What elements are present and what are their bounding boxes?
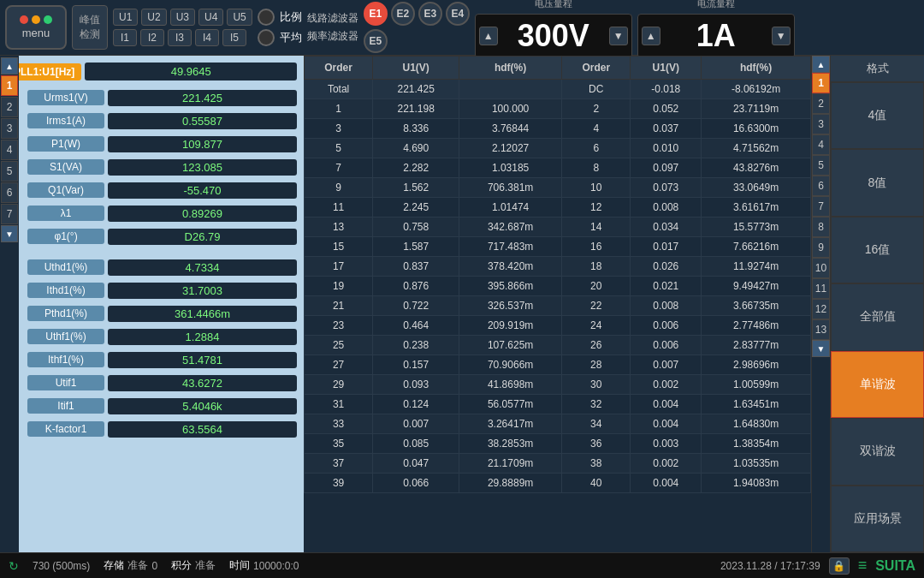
btn-16val[interactable]: 16值 bbox=[831, 217, 924, 283]
table-cell: 0.007 bbox=[373, 414, 459, 434]
rn-1[interactable]: 1 bbox=[812, 73, 830, 93]
left-nav-4[interactable]: 4 bbox=[1, 140, 18, 160]
ch-i1[interactable]: I1 bbox=[113, 29, 137, 46]
table-cell: 56.0577m bbox=[459, 395, 562, 414]
table-cell: 43.8276m bbox=[702, 158, 811, 178]
ch-u2[interactable]: U2 bbox=[141, 9, 166, 26]
table-cell: 21.1709m bbox=[459, 454, 562, 474]
rn-12[interactable]: 12 bbox=[812, 299, 830, 319]
left-nav-1[interactable]: 1 bbox=[1, 75, 18, 96]
ch-i4[interactable]: I4 bbox=[195, 29, 219, 46]
dot-green bbox=[44, 15, 52, 24]
integral-section: 积分 准备 bbox=[171, 558, 216, 573]
i-row: I1 I2 I3 I4 I5 bbox=[113, 29, 252, 46]
menu-button[interactable]: menu bbox=[5, 5, 67, 50]
left-nav-up[interactable]: ▲ bbox=[1, 57, 18, 74]
metric-value-lambda1: 0.89269 bbox=[108, 206, 297, 222]
table-cell: 30 bbox=[562, 375, 631, 395]
rn-13[interactable]: 13 bbox=[812, 319, 830, 340]
table-cell: 3.76844 bbox=[459, 119, 562, 139]
e-btn-e5[interactable]: E5 bbox=[364, 29, 388, 53]
table-cell: 15.5773m bbox=[702, 217, 811, 237]
table-row: 54.6902.1202760.0104.71562m bbox=[305, 139, 811, 158]
ch-i2[interactable]: I2 bbox=[140, 29, 164, 46]
rn-up[interactable]: ▲ bbox=[812, 56, 830, 73]
rn-4[interactable]: 4 bbox=[812, 134, 830, 155]
rn-3[interactable]: 3 bbox=[812, 114, 830, 134]
btn-4val[interactable]: 4值 bbox=[831, 82, 924, 149]
btn-apply-scene[interactable]: 应用场景 bbox=[831, 486, 924, 552]
menu-dots bbox=[20, 15, 52, 24]
ch-u1[interactable]: U1 bbox=[113, 9, 138, 26]
rn-2[interactable]: 2 bbox=[812, 93, 830, 114]
table-row: 230.464209.919m240.0062.77486m bbox=[305, 316, 811, 336]
table-cell: 717.483m bbox=[459, 237, 562, 257]
left-nav-down[interactable]: ▼ bbox=[1, 225, 18, 242]
e-btn-e4[interactable]: E4 bbox=[446, 2, 470, 26]
table-cell: 9 bbox=[305, 178, 373, 198]
e-btn-e3[interactable]: E3 bbox=[418, 2, 442, 26]
table-cell: 1.00599m bbox=[702, 375, 811, 395]
left-nav-5[interactable]: 5 bbox=[1, 161, 18, 182]
table-cell: 37 bbox=[305, 454, 373, 474]
table-cell: 0.021 bbox=[631, 277, 702, 296]
voltage-title: 电压量程 bbox=[535, 0, 572, 10]
metric-label-pthd1: Pthd1(%) bbox=[27, 306, 104, 321]
metric-label-ithd1: Ithd1(%) bbox=[27, 283, 104, 298]
metric-ithd1: Ithd1(%) 31.7003 bbox=[27, 280, 297, 301]
table-row: 190.876395.866m200.0219.49427m bbox=[305, 277, 811, 296]
btn-single-harmonic[interactable]: 单谐波 bbox=[831, 351, 924, 418]
center-panel: Order U1(V) hdf(%) Order U1(V) hdf(%) To… bbox=[304, 56, 811, 552]
suita-icon: ≡ bbox=[858, 557, 868, 575]
lock-icon[interactable]: 🔒 bbox=[829, 557, 850, 575]
e-btn-e2[interactable]: E2 bbox=[391, 2, 415, 26]
table-cell: 4.71562m bbox=[702, 139, 811, 158]
rn-7[interactable]: 7 bbox=[812, 196, 830, 217]
ch-u3[interactable]: U3 bbox=[170, 9, 195, 26]
rn-11[interactable]: 11 bbox=[812, 278, 830, 299]
table-cell: 0.004 bbox=[631, 395, 702, 414]
left-nav-6[interactable]: 6 bbox=[1, 182, 18, 203]
btn-allval[interactable]: 全部值 bbox=[831, 283, 924, 350]
rn-6[interactable]: 6 bbox=[812, 176, 830, 196]
table-cell: 1.562 bbox=[373, 178, 459, 198]
current-down-arrow[interactable]: ▼ bbox=[772, 27, 791, 45]
table-row: 112.2451.01474120.0083.61617m bbox=[305, 198, 811, 217]
table-cell: 6 bbox=[562, 139, 631, 158]
table-cell: 16 bbox=[562, 237, 631, 257]
voltage-down-arrow[interactable]: ▼ bbox=[609, 27, 628, 45]
current-up-arrow[interactable]: ▲ bbox=[642, 27, 660, 45]
table-cell: 10 bbox=[562, 178, 631, 198]
left-nav-2[interactable]: 2 bbox=[1, 97, 18, 117]
table-cell: 706.381m bbox=[459, 178, 562, 198]
btn-8val[interactable]: 8值 bbox=[831, 149, 924, 216]
metric-label-q1: Q1(Var) bbox=[27, 182, 104, 198]
ch-i5[interactable]: I5 bbox=[222, 29, 246, 46]
metric-value-urms1: 221.425 bbox=[108, 90, 297, 106]
table-cell: 221.425 bbox=[373, 80, 459, 99]
rn-8[interactable]: 8 bbox=[812, 217, 830, 237]
table-cell: 2.98696m bbox=[702, 355, 811, 375]
metric-phi1: φ1(°) D26.79 bbox=[27, 226, 297, 247]
datetime: 2023.11.28 / 17:17:39 bbox=[720, 560, 820, 572]
rn-5[interactable]: 5 bbox=[812, 155, 830, 176]
peak-block: 峰值 检测 bbox=[72, 5, 108, 50]
th-u1v2: U1(V) bbox=[631, 57, 702, 80]
rn-10[interactable]: 10 bbox=[812, 258, 830, 278]
table-cell: Total bbox=[305, 80, 373, 99]
e-btn-e1[interactable]: E1 bbox=[364, 2, 388, 26]
ch-i3[interactable]: I3 bbox=[168, 29, 192, 46]
btn-double-harmonic[interactable]: 双谐波 bbox=[831, 418, 924, 485]
table-cell: 0.157 bbox=[373, 355, 459, 375]
rn-down[interactable]: ▼ bbox=[812, 340, 830, 357]
left-nav-3[interactable]: 3 bbox=[1, 118, 18, 139]
table-cell: 0.002 bbox=[631, 454, 702, 474]
voltage-up-arrow[interactable]: ▲ bbox=[479, 27, 498, 45]
metric-value-p1: 109.877 bbox=[108, 136, 297, 152]
ch-u4[interactable]: U4 bbox=[198, 9, 223, 26]
left-nav-7[interactable]: 7 bbox=[1, 204, 18, 224]
rn-9[interactable]: 9 bbox=[812, 237, 830, 258]
ch-u5[interactable]: U5 bbox=[227, 9, 252, 26]
peak-line1: 峰值 bbox=[80, 13, 100, 27]
th-order1: Order bbox=[305, 57, 373, 80]
